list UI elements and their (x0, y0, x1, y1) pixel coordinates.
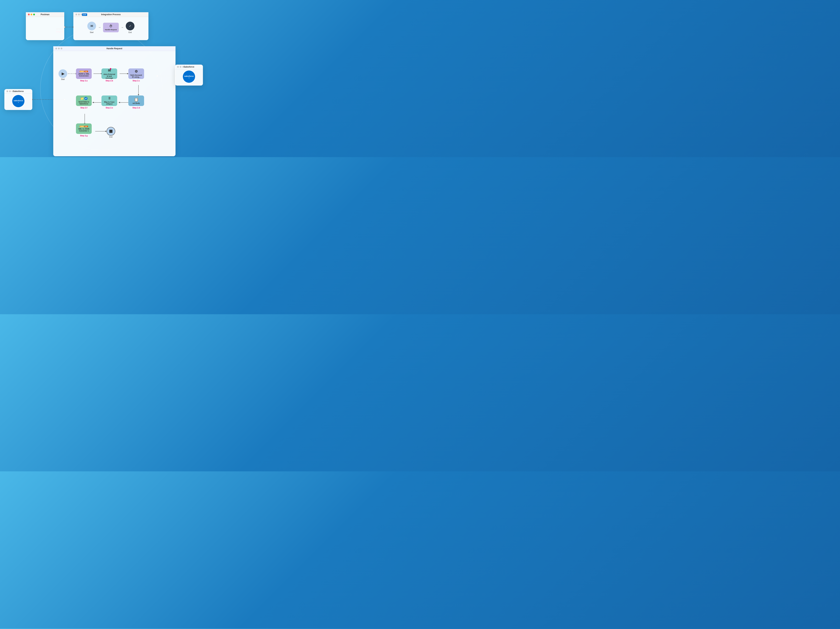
hr-start-node: ▶ Start (58, 69, 67, 80)
ip-end-node: ✓ End (126, 22, 134, 33)
set-body-box[interactable]: 📋 set Body (128, 96, 144, 106)
dot-b[interactable] (58, 48, 60, 49)
sf-right-titlebar: Salesforce (175, 65, 203, 69)
send-data-label: Send Data toSalesforce (78, 101, 89, 105)
ip-handle-node: ⏱ Handle Request (103, 23, 119, 32)
json-badge: JSON (80, 71, 84, 72)
envelope-wrapper: ✉ (108, 68, 111, 73)
map-case-node[interactable]: ⠿ Map to CasesObject Step 2.e (101, 96, 117, 109)
postman-title: Postman (41, 13, 50, 16)
sf-right-logo-container: salesforce ● (175, 69, 203, 84)
map-case-box[interactable]: ⠿ Map to CasesObject (101, 96, 117, 106)
step2f-label: Step 2.f (81, 107, 87, 109)
xml-badge: XML (84, 71, 88, 72)
handle-titlebar: Handle Request (53, 46, 175, 51)
svg-marker-20 (92, 102, 94, 103)
handle-title: Handle Request (107, 47, 122, 50)
json-xml-badges: JSON XML (80, 71, 88, 72)
ip-end-label: End (128, 32, 132, 33)
sf-logo-inner-left: salesforce ● (14, 99, 23, 103)
send-data-box[interactable]: 📁 sf Send Data toSalesforce (76, 96, 92, 106)
sf-logo-inner-right: salesforce ● (184, 75, 194, 78)
handle-window-dots (55, 48, 62, 49)
integration-titlebar: SAP Integration Process (73, 12, 148, 17)
json-badge-2: JSON (80, 126, 84, 127)
json-xml-label: JSON to XMLConversion (78, 73, 89, 77)
dot-r1[interactable] (177, 66, 179, 68)
integration-title: Integration Process (101, 13, 121, 16)
store-ext-box[interactable]: ✉ store ExternalId and message (101, 68, 117, 79)
play-icon: ▶ (62, 72, 64, 76)
gear-icon: ⚙ (135, 69, 138, 74)
xml-json-box[interactable]: JSON XML XML to JSONConverter 1 (76, 123, 92, 134)
salesforce-right-window: Salesforce salesforce ● (175, 65, 203, 85)
xml-badge-2: XML (84, 126, 88, 127)
set-body-label: set Body (133, 102, 140, 104)
salesforce-left-window: Salesforce salesforce ● (4, 89, 32, 110)
dot-1[interactable] (76, 14, 77, 15)
sf-left-logo-container: salesforce ● (4, 94, 32, 109)
svg-marker-18 (118, 102, 120, 103)
sf-left-title: Salesforce (13, 90, 24, 93)
postman-titlebar: Postman (26, 12, 64, 17)
stop-icon (109, 130, 112, 133)
xml-json-node[interactable]: JSON XML XML to JSONConverter 1 Step 2.g (76, 123, 92, 137)
dot-minimize[interactable] (30, 14, 32, 15)
dot-l2[interactable] (9, 90, 11, 92)
integration-flow: ✉ Start → ⏱ Handle Request → ✓ End (73, 17, 148, 38)
set-body-node[interactable]: 📋 set Body Step 2.d (128, 96, 144, 109)
dot-r2[interactable] (180, 66, 182, 68)
step2g-label: Step 2.g (80, 135, 88, 137)
ip-start-circle: ✉ (87, 22, 96, 30)
hr-end-node: End (107, 127, 115, 138)
map-icon: ⠿ (108, 96, 111, 100)
fetch-acc-node[interactable]: ⚙ fetch AccountID using... Step 2.c (128, 68, 144, 82)
step2b-label: Step 2.b (106, 80, 113, 82)
ip-end-circle: ✓ (126, 22, 134, 30)
hr-start-circle: ▶ (58, 69, 67, 78)
send-data-icons: 📁 sf (81, 97, 87, 100)
notification-dot (110, 68, 111, 69)
step2c-label: Step 2.c (133, 80, 140, 82)
sf-left-logo: salesforce ● (12, 95, 24, 107)
json-xml-node[interactable]: JSON XML JSON to XMLConversion Step 2.a (76, 68, 92, 82)
handle-request-window: Handle Request (53, 46, 175, 156)
json-xml-box[interactable]: JSON XML JSON to XMLConversion (76, 68, 92, 79)
hr-end-circle (107, 127, 115, 136)
dot-close[interactable] (28, 14, 30, 15)
integration-window-dots (76, 14, 82, 15)
integration-window: SAP Integration Process ✉ Start → ⏱ Hand… (73, 12, 148, 40)
sap-badge: SAP (82, 13, 87, 16)
store-ext-label: store ExternalId and message (103, 73, 116, 79)
dot-2[interactable] (78, 14, 80, 15)
ip-handle-rect[interactable]: ⏱ Handle Request (103, 23, 119, 32)
sf-right-logo: salesforce ● (183, 71, 195, 83)
clock-icon: ⏱ (109, 24, 112, 28)
checkmark-icon: ✓ (129, 24, 131, 28)
sf-left-dots (6, 90, 13, 92)
sf-right-title: Salesforce (184, 66, 194, 68)
dot-l1[interactable] (6, 90, 8, 92)
dot-maximize[interactable] (33, 14, 35, 15)
hr-start-label: Start (61, 78, 65, 80)
send-data-node[interactable]: 📁 sf Send Data toSalesforce Step 2.f (76, 96, 92, 109)
postman-window: Postman (26, 12, 64, 40)
body-icon: 📋 (134, 98, 139, 102)
postman-window-dots (28, 14, 35, 15)
ip-start-node: ✉ Start (87, 22, 96, 33)
map-case-label: Map to CasesObject (104, 101, 115, 105)
store-ext-node[interactable]: ✉ store ExternalId and message Step 2.b (101, 68, 117, 82)
fetch-acc-box[interactable]: ⚙ fetch AccountID using... (128, 68, 144, 79)
sf-mini-logo: sf (84, 97, 87, 100)
step2a-label: Step 2.a (80, 80, 87, 82)
ip-arrow-1: → (98, 26, 101, 29)
folder-icon: 📁 (81, 97, 84, 100)
sf-text-right: salesforce (184, 75, 194, 77)
dot-a[interactable] (55, 48, 57, 49)
fetch-acc-label: fetch AccountID using... (131, 74, 142, 78)
dot-c[interactable] (61, 48, 62, 49)
ip-start-label: Start (90, 32, 93, 33)
sf-text-left: salesforce (14, 99, 23, 102)
envelope-icon: ✉ (90, 24, 93, 28)
ip-handle-label: Handle Request (105, 29, 117, 30)
